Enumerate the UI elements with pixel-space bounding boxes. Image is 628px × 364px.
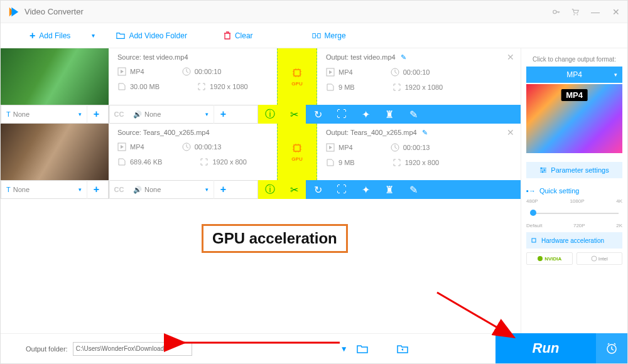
svg-rect-18 — [532, 238, 536, 242]
merge-label: Merge — [325, 31, 346, 40]
svg-point-20 — [592, 256, 597, 261]
cut-button[interactable]: ✂ — [282, 180, 306, 199]
item-action-bar: TNone▾ + CC 🔊None▾ + ⓘ ✂ ↻ ⛶ ✦ ♜ ✎ — [1, 105, 521, 124]
clock-icon — [391, 68, 399, 77]
folder-dropdown[interactable]: ▼ — [340, 345, 348, 353]
nvidia-badge: NVIDIA — [526, 252, 573, 265]
format-panel-title: Click to change output format: — [526, 56, 622, 63]
title-bar: Video Converter — ✕ — [1, 1, 627, 23]
list-item: Source: test video.mp4 MP4 00:00:10 30.0… — [1, 48, 521, 124]
cc-button[interactable]: CC — [109, 105, 128, 124]
audio-dropdown[interactable]: 🔊None▾ — [129, 106, 212, 122]
add-subtitle-button[interactable]: + — [87, 180, 106, 199]
subtitle-dropdown[interactable]: TNone▾ — [3, 181, 85, 198]
edit-icon[interactable]: ✎ — [422, 129, 428, 136]
add-folder-button[interactable]: Add Video Folder — [112, 29, 191, 43]
quality-slider[interactable] — [526, 204, 622, 223]
browse-folder-icon[interactable] — [397, 344, 408, 354]
close-button[interactable]: ✕ — [612, 7, 620, 17]
info-button[interactable]: ⓘ — [258, 180, 282, 199]
nvidia-icon — [537, 255, 543, 262]
video-thumbnail[interactable] — [1, 124, 109, 180]
sliders-icon — [539, 166, 547, 174]
svg-rect-4 — [317, 33, 320, 38]
clock-icon — [391, 143, 399, 152]
format-preview[interactable]: MP4 — [526, 84, 622, 153]
res-icon — [392, 83, 401, 92]
output-info: Output: test video.mp4✎ MP4 00:00:10 9 M… — [317, 48, 485, 105]
svg-point-0 — [553, 10, 556, 13]
format-icon — [326, 68, 335, 77]
svg-rect-7 — [294, 70, 300, 76]
res-icon — [197, 82, 206, 91]
output-label: Output: test video.mp4 — [326, 53, 396, 61]
key-icon[interactable] — [552, 8, 561, 16]
chip-icon — [291, 67, 303, 78]
size-icon — [117, 82, 126, 91]
svg-point-15 — [541, 168, 542, 169]
svg-rect-12 — [294, 145, 300, 151]
crop-button[interactable]: ⛶ — [330, 105, 354, 124]
hardware-accel-button[interactable]: Hardware acceleration — [526, 232, 622, 249]
source-info: Source: test video.mp4 MP4 00:00:10 30.0… — [109, 48, 277, 105]
chip-icon — [291, 142, 303, 154]
remove-item-button[interactable]: ✕ — [507, 127, 514, 137]
main-area: Source: test video.mp4 MP4 00:00:10 30.0… — [1, 48, 627, 333]
item-action-bar: TNone▾ + CC 🔊None▾ + ⓘ ✂ ↻ ⛶ ✦ ♜ ✎ — [1, 180, 521, 199]
effects-button[interactable]: ✦ — [354, 180, 377, 199]
watermark-button[interactable]: ♜ — [377, 105, 401, 124]
app-title: Video Converter — [24, 7, 552, 16]
remove-item-button[interactable]: ✕ — [507, 52, 514, 62]
add-files-button[interactable]: +Add Files — [26, 28, 74, 44]
clock-icon — [182, 142, 191, 151]
gpu-indicator: GPU — [277, 48, 317, 105]
output-info: Output: Tears_400_x265.mp4✎ MP4 00:00:13… — [317, 124, 485, 180]
app-window: Video Converter — ✕ +Add Files ▾ Add Vid… — [0, 0, 628, 364]
add-audio-button[interactable]: + — [214, 180, 232, 199]
audio-dropdown[interactable]: 🔊None▾ — [129, 181, 212, 198]
clear-button[interactable]: Clear — [220, 29, 257, 43]
rotate-button[interactable]: ↻ — [306, 105, 330, 124]
cc-button[interactable]: CC — [109, 180, 128, 199]
chip-icon — [530, 237, 538, 244]
format-dropdown[interactable]: MP4 — [526, 67, 622, 83]
info-button[interactable]: ⓘ — [258, 105, 282, 124]
size-icon — [117, 158, 126, 166]
annotation-callout: GPU acceleration — [202, 224, 348, 253]
edit-button[interactable]: ✎ — [401, 105, 425, 124]
cart-icon[interactable] — [571, 8, 580, 16]
add-folder-label: Add Video Folder — [129, 31, 187, 40]
open-folder-icon[interactable] — [357, 344, 368, 354]
add-audio-button[interactable]: + — [214, 105, 232, 124]
effects-button[interactable]: ✦ — [354, 105, 377, 124]
parameter-settings-button[interactable]: Parameter settings — [526, 162, 622, 178]
minimize-button[interactable]: — — [591, 7, 600, 17]
format-icon — [117, 142, 126, 151]
merge-icon — [312, 31, 321, 40]
main-toolbar: +Add Files ▾ Add Video Folder Clear Merg… — [1, 23, 627, 48]
run-button[interactable]: Run — [495, 333, 596, 363]
crop-button[interactable]: ⛶ — [330, 180, 354, 199]
format-badge: MP4 — [561, 89, 588, 101]
svg-rect-3 — [312, 33, 315, 38]
edit-icon[interactable]: ✎ — [401, 53, 406, 61]
video-thumbnail[interactable] — [1, 48, 109, 105]
merge-button[interactable]: Merge — [308, 29, 350, 43]
svg-point-1 — [573, 14, 575, 15]
add-files-dropdown[interactable]: ▾ — [92, 32, 95, 39]
schedule-button[interactable] — [596, 333, 627, 363]
alarm-icon — [605, 342, 618, 355]
app-logo-icon — [8, 6, 19, 18]
output-folder-input[interactable] — [73, 342, 192, 356]
edit-button[interactable]: ✎ — [401, 180, 425, 199]
list-item: Source: Tears_400_x265.mp4 MP4 00:00:13 … — [1, 124, 521, 199]
subtitle-dropdown[interactable]: TNone▾ — [3, 106, 85, 122]
cut-button[interactable]: ✂ — [282, 105, 306, 124]
file-list: Source: test video.mp4 MP4 00:00:10 30.0… — [1, 48, 521, 333]
watermark-button[interactable]: ♜ — [377, 180, 401, 199]
add-subtitle-button[interactable]: + — [87, 105, 106, 124]
source-info: Source: Tears_400_x265.mp4 MP4 00:00:13 … — [109, 124, 277, 180]
rotate-button[interactable]: ↻ — [306, 180, 330, 199]
source-label: Source: Tears_400_x265.mp4 — [117, 129, 268, 136]
svg-point-16 — [544, 169, 545, 171]
